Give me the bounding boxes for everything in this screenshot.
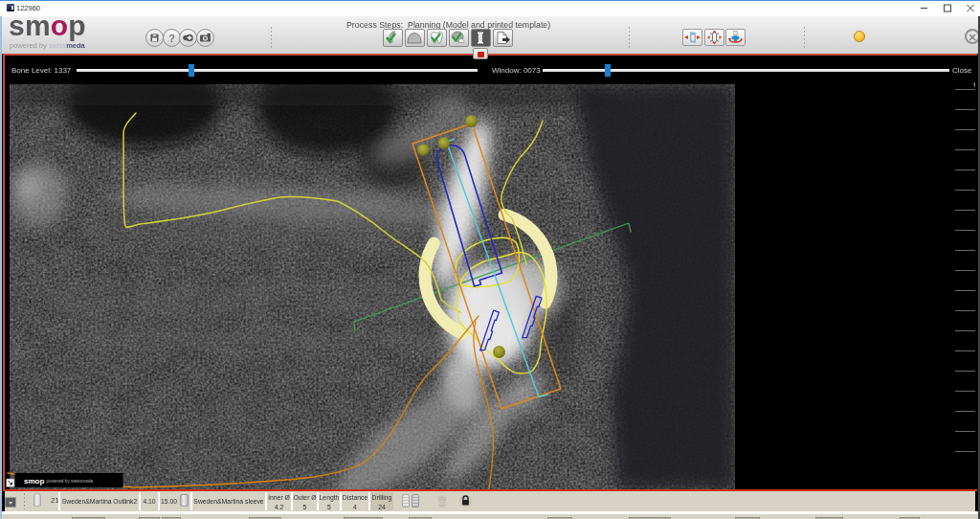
svg-text:?: ? xyxy=(168,33,175,44)
